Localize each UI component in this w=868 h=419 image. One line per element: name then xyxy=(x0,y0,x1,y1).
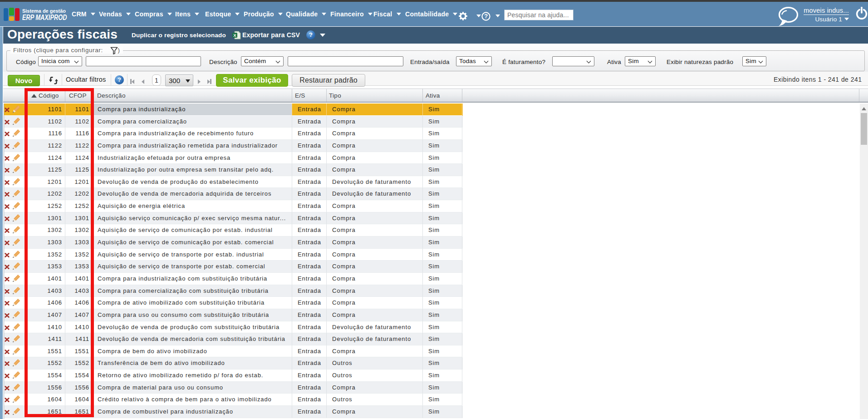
svg-text:X: X xyxy=(233,33,236,38)
svg-text:?: ? xyxy=(484,13,488,20)
